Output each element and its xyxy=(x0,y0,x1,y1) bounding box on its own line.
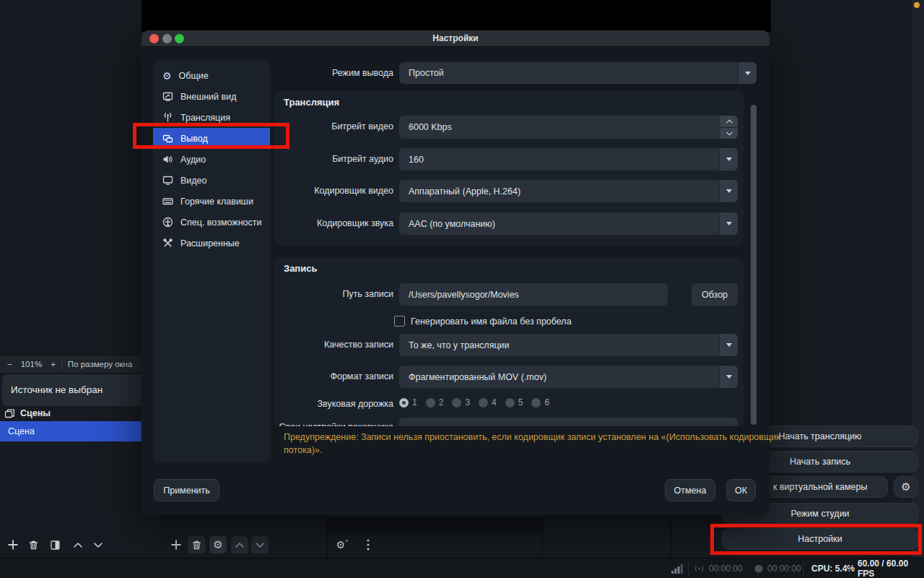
video-encoder-label: Кодировщик видео xyxy=(249,186,393,196)
audio-bitrate-label: Битрейт аудио xyxy=(249,154,393,164)
source-move-down-button[interactable] xyxy=(251,536,269,553)
preview-canvas xyxy=(141,0,771,32)
radio-track-1[interactable] xyxy=(399,398,409,407)
radio-track-2[interactable] xyxy=(426,398,435,407)
cancel-button[interactable]: Отмена xyxy=(665,479,715,501)
recording-quality-label: Качество записи xyxy=(274,340,393,350)
scenes-dock-title: Сцены xyxy=(20,408,51,418)
browse-button[interactable]: Обзор xyxy=(692,283,738,306)
output-mode-label: Режим вывода xyxy=(249,68,393,78)
audio-mixer-meter-strip xyxy=(328,517,542,533)
scene-move-up-button[interactable] xyxy=(69,536,87,553)
sidebar-item-advanced[interactable]: Расширенные xyxy=(153,233,270,254)
stream-timer: 00:00:00 xyxy=(709,558,743,578)
audio-track-radios: 1 2 3 4 5 6 xyxy=(399,397,558,407)
appearance-icon xyxy=(162,91,173,102)
dialog-title: Настройки xyxy=(141,30,770,46)
filename-no-space-label: Генерировать имя файла без пробела xyxy=(411,316,572,327)
scene-move-down-button[interactable] xyxy=(90,536,107,553)
streaming-group: Трансляция Битрейт видео 6000 Kbps Битре… xyxy=(274,91,744,246)
divider xyxy=(803,561,803,576)
audio-bitrate-dropdown[interactable]: 160 xyxy=(399,148,738,171)
minimize-window-button[interactable] xyxy=(162,34,172,43)
chevron-down-icon xyxy=(738,62,757,84)
video-bitrate-spinbox[interactable]: 6000 Kbps xyxy=(399,116,738,139)
recording-format-dropdown[interactable]: Фрагментированный MOV (.mov) xyxy=(399,366,738,388)
scene-list-item[interactable]: Сцена xyxy=(0,421,149,441)
apply-button[interactable]: Применить xyxy=(154,479,219,501)
zoom-out-button[interactable]: − xyxy=(7,360,12,368)
audio-encoder-dropdown[interactable]: AAC (по умолчанию) xyxy=(399,212,738,235)
spin-up-button[interactable] xyxy=(720,116,738,127)
chevron-down-icon xyxy=(719,180,738,202)
radio-track-4[interactable] xyxy=(479,398,488,407)
recording-group-title: Запись xyxy=(284,263,317,274)
video-encoder-dropdown[interactable]: Аппаратный (Apple, H.264) xyxy=(399,180,738,202)
divider xyxy=(61,359,62,369)
cpu-usage: CPU: 5.4% xyxy=(811,558,855,578)
remove-source-button[interactable] xyxy=(188,536,205,553)
recording-format-label: Формат записи xyxy=(274,371,393,381)
divider xyxy=(850,561,850,576)
zoom-level: 101% xyxy=(21,360,42,368)
keyboard-icon xyxy=(162,196,173,207)
fit-to-window-button[interactable]: По размеру окна xyxy=(68,360,132,368)
filename-no-space-row[interactable]: Генерировать имя файла без пробела xyxy=(394,316,572,327)
settings-dialog: Настройки ⚙ Общие Внешний вид Трансляция… xyxy=(141,30,770,515)
spin-down-button[interactable] xyxy=(720,127,738,139)
record-timer: 00:00:00 xyxy=(767,558,801,578)
sidebar-item-appearance[interactable]: Внешний вид xyxy=(153,86,270,107)
source-properties-button[interactable]: ⚙ xyxy=(209,536,227,553)
maximize-window-button[interactable] xyxy=(175,34,184,43)
scenes-icon xyxy=(4,408,15,419)
accessibility-icon xyxy=(162,217,173,228)
gear-icon: ⚙ xyxy=(162,70,172,82)
divider xyxy=(688,561,689,576)
record-status-icon xyxy=(754,558,763,578)
ok-button[interactable]: ОК xyxy=(726,479,756,501)
close-window-button[interactable] xyxy=(149,34,159,43)
chevron-down-icon xyxy=(719,148,738,171)
muxer-settings-label: Свои настройки паковщика xyxy=(274,422,393,426)
checkbox-unchecked[interactable] xyxy=(394,316,405,327)
recording-quality-dropdown[interactable]: То же, что у трансляции xyxy=(399,334,738,356)
monitor-icon xyxy=(162,175,173,186)
virtual-camera-settings-button[interactable]: ⚙ xyxy=(894,476,918,498)
speaker-icon xyxy=(162,154,173,165)
stream-status-icon xyxy=(694,558,705,578)
annotation-rect-output-item xyxy=(133,123,289,149)
dock-divider xyxy=(671,516,671,558)
radio-track-6[interactable] xyxy=(531,398,541,407)
orange-indicator-dot xyxy=(914,2,920,8)
annotation-rect-settings-button xyxy=(710,524,922,555)
tools-icon xyxy=(162,238,173,249)
connection-signal-icon xyxy=(671,558,683,578)
dock-divider xyxy=(327,516,328,558)
radio-track-5[interactable] xyxy=(505,398,515,407)
remove-scene-button[interactable] xyxy=(25,536,42,553)
add-scene-button[interactable] xyxy=(4,536,22,553)
fps-counter: 60.00 / 60.00 FPS xyxy=(858,558,924,578)
zoom-in-button[interactable]: + xyxy=(51,360,56,368)
mixer-menu-button[interactable] xyxy=(359,536,377,553)
preview-zoom-bar: − 101% + По размеру окна xyxy=(0,355,141,374)
scenes-dock-header: Сцены xyxy=(4,407,51,419)
recording-path-input[interactable]: /Users/pavellysogor/Movies xyxy=(399,283,668,306)
chevron-down-icon xyxy=(719,334,738,356)
warning-text: Предупреждение: Записи нельзя приостанов… xyxy=(284,431,789,457)
source-move-up-button[interactable] xyxy=(231,536,248,553)
recording-group: Запись Путь записи /Users/pavellysogor/M… xyxy=(274,257,744,426)
dock-divider xyxy=(542,516,543,558)
right-dock-edge xyxy=(911,0,924,558)
add-source-button[interactable] xyxy=(167,536,185,553)
advanced-audio-button[interactable]: ⚙° xyxy=(334,536,351,553)
dialog-titlebar[interactable]: Настройки xyxy=(141,30,770,47)
radio-track-3[interactable] xyxy=(452,398,461,407)
recording-path-label: Путь записи xyxy=(274,289,393,299)
dialog-scrollbar[interactable] xyxy=(751,105,757,425)
output-mode-dropdown[interactable]: Простой xyxy=(399,62,757,84)
audio-track-label: Звуковая дорожка xyxy=(274,399,393,409)
scene-filters-button[interactable] xyxy=(46,536,64,553)
muxer-settings-input[interactable] xyxy=(399,418,738,426)
source-toolbar-label: Источник не выбран xyxy=(2,374,148,406)
